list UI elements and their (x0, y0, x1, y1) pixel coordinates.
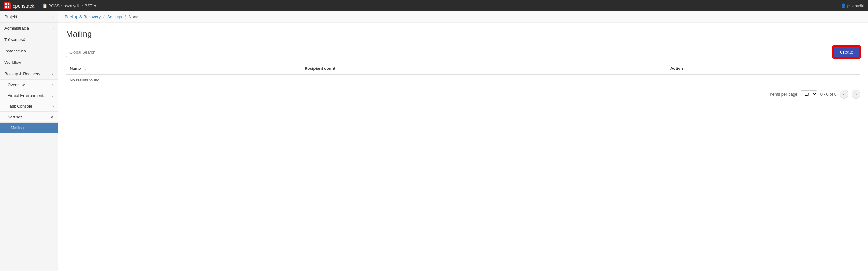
sidebar-arrow-projekt: › (52, 15, 54, 19)
sidebar-sub-arrow: ∨ (51, 115, 54, 119)
page-body: Mailing Create Name ↑↓ Recipient count (58, 23, 868, 109)
items-per-page-label: Items per page: (770, 92, 798, 97)
sidebar-item-administracja[interactable]: Administracja › (0, 23, 58, 34)
topbar-dropdown-icon[interactable]: ▾ (94, 3, 96, 8)
breadcrumb-sep2: / (125, 15, 126, 19)
col-action-label: Action (670, 66, 683, 71)
sidebar-arrow-administracja: › (52, 27, 54, 30)
items-per-page: Items per page: 10 25 50 (770, 90, 817, 98)
pagination-bar: Items per page: 10 25 50 0 - 0 of 0 ‹ › (66, 86, 861, 102)
sidebar-sub-arrow: › (52, 104, 54, 109)
sidebar-sub-arrow: › (52, 82, 54, 87)
col-name: Name ↑↓ (66, 63, 301, 74)
topbar-sep2: • (82, 3, 84, 8)
sidebar: Projekt › Administracja › Tożsamość › In… (0, 11, 58, 271)
breadcrumb-backup[interactable]: Backup & Recovery (65, 15, 100, 19)
breadcrumb-sep1: / (103, 15, 105, 19)
topbar-project-name: PCSS (49, 3, 60, 8)
sidebar-item-label: Tożsamość (4, 37, 25, 42)
breadcrumb-none: None (129, 15, 138, 19)
svg-rect-1 (7, 3, 9, 5)
sidebar-sub-arrow: › (52, 93, 54, 98)
sidebar-arrow-workflow: › (52, 61, 54, 64)
col-recipient-count: Recipient count (301, 63, 666, 74)
topbar-user-menu[interactable]: 👤 pszmydki (841, 3, 864, 8)
topbar-left: openstack. 📋 PCSS • pszmydki • BST ▾ (4, 2, 96, 9)
toolbar: Create (66, 47, 861, 58)
col-action: Action (666, 63, 861, 74)
table-body: No results found (66, 74, 861, 86)
sidebar-arrow-instance-ha: › (52, 49, 54, 53)
data-table: Name ↑↓ Recipient count Action No result… (66, 63, 861, 86)
logo-text: openstack. (12, 3, 36, 8)
topbar-username: pszmydki (847, 3, 864, 8)
sidebar-sub-item-overview[interactable]: Overview › (0, 80, 58, 90)
sidebar-item-workflow[interactable]: Workflow › (0, 57, 58, 68)
sidebar-sub-item-settings[interactable]: Settings ∨ (0, 112, 58, 123)
table-empty-row: No results found (66, 74, 861, 86)
col-name-label: Name (70, 66, 81, 71)
topbar-project-info[interactable]: 📋 PCSS • pszmydki • BST ▾ (39, 3, 96, 8)
create-button[interactable]: Create (833, 47, 861, 58)
per-page-select[interactable]: 10 25 50 (801, 90, 817, 98)
main-layout: Projekt › Administracja › Tożsamość › In… (0, 11, 868, 271)
next-page-button[interactable]: › (851, 90, 861, 99)
sidebar-item-projekt[interactable]: Projekt › (0, 11, 58, 23)
breadcrumb: Backup & Recovery / Settings / None (58, 11, 868, 23)
svg-rect-0 (5, 3, 7, 5)
sidebar-item-label: Workflow (4, 60, 21, 65)
topbar: openstack. 📋 PCSS • pszmydki • BST ▾ 👤 p… (0, 0, 868, 11)
svg-rect-2 (5, 6, 7, 8)
sidebar-item-backup-recovery[interactable]: Backup & Recovery ∨ (0, 68, 58, 80)
sidebar-arrow-backup: ∨ (51, 72, 54, 76)
table-empty-message: No results found (66, 74, 861, 86)
topbar-user-project: pszmydki (64, 3, 81, 8)
sidebar-sub-label: Mailing (11, 126, 24, 130)
sidebar-sub-item-mailing[interactable]: Mailing (0, 123, 58, 133)
table-header: Name ↑↓ Recipient count Action (66, 63, 861, 74)
col-recipient-count-label: Recipient count (305, 66, 336, 71)
sidebar-arrow-tozsamosc: › (52, 38, 54, 42)
openstack-logo: openstack. (4, 2, 36, 9)
svg-rect-3 (7, 6, 9, 8)
table-header-row: Name ↑↓ Recipient count Action (66, 63, 861, 74)
content-area: Backup & Recovery / Settings / None Mail… (58, 11, 868, 271)
sidebar-sub-item-task-console[interactable]: Task Console › (0, 101, 58, 112)
sidebar-item-label: Backup & Recovery (4, 72, 40, 76)
search-input[interactable] (66, 48, 135, 57)
topbar-project-label: 📋 (42, 3, 47, 8)
topbar-region: BST (85, 3, 92, 8)
sidebar-sub-label: Task Console (7, 104, 32, 109)
sort-icon-name[interactable]: ↑↓ (83, 66, 87, 71)
sidebar-item-label: Projekt (4, 15, 17, 19)
sidebar-sub-label: Settings (7, 115, 22, 119)
sidebar-sub-label: Virtual Environments (7, 93, 45, 98)
sidebar-item-label: Administracja (4, 26, 29, 31)
breadcrumb-settings[interactable]: Settings (107, 15, 122, 19)
page-count: 0 - 0 of 0 (820, 92, 836, 97)
page-title: Mailing (66, 29, 861, 39)
sidebar-sub-label: Overview (7, 82, 25, 87)
sidebar-item-label: Instance-ha (4, 49, 26, 53)
user-icon: 👤 (841, 3, 846, 8)
sidebar-sub-item-virtual-environments[interactable]: Virtual Environments › (0, 90, 58, 101)
topbar-sep1: • (61, 3, 62, 8)
sidebar-item-instance-ha[interactable]: Instance-ha › (0, 46, 58, 57)
sidebar-item-tozsamosc[interactable]: Tożsamość › (0, 34, 58, 46)
prev-page-button[interactable]: ‹ (840, 90, 848, 99)
openstack-icon (4, 2, 11, 9)
